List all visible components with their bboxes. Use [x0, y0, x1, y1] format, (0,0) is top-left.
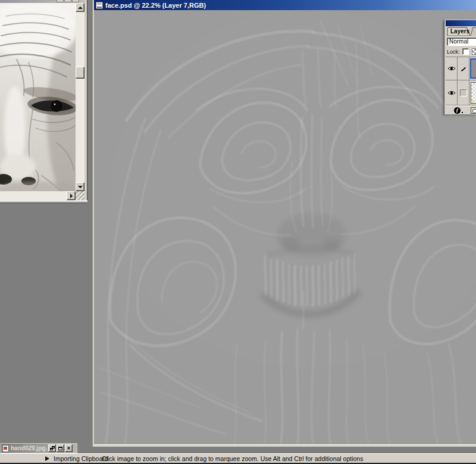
status-text: Importing Clipboard	[54, 455, 108, 462]
layer-effects-dot	[462, 112, 463, 113]
minimized-window[interactable]: hand029.jpg... ×	[1, 443, 77, 453]
close-button[interactable]	[72, 0, 79, 2]
vertical-scrollbar[interactable]	[76, 3, 84, 191]
status-bar: Importing Clipboard Click image to zoom …	[0, 453, 476, 463]
reference-window-right-frame	[84, 0, 87, 203]
eye-icon	[447, 90, 456, 96]
layer-row-active[interactable]	[446, 57, 476, 80]
eye-icon	[447, 66, 456, 71]
maximize-button[interactable]	[64, 0, 71, 2]
restore-icon	[50, 446, 55, 450]
document-titlebar[interactable]: face.psd @ 22.2% (Layer 7,RGB)	[94, 0, 476, 10]
layer-thumbnail-selected[interactable]	[470, 58, 476, 79]
canvas[interactable]	[94, 10, 476, 444]
document-window: face.psd @ 22.2% (Layer 7,RGB)	[92, 0, 476, 447]
lock-label: Lock:	[447, 49, 460, 55]
reference-window-bottom-frame	[0, 200, 87, 203]
lock-transparency-checkbox[interactable]	[462, 48, 469, 55]
blend-mode-select[interactable]: Normal	[447, 38, 476, 46]
canvas-artwork	[94, 10, 476, 444]
restore-button[interactable]	[48, 444, 56, 452]
edit-state-cell	[458, 57, 469, 80]
layer-list	[446, 57, 476, 105]
visibility-cell[interactable]	[446, 80, 458, 105]
scroll-down-button[interactable]	[76, 182, 84, 191]
jpg-document-icon	[2, 445, 9, 452]
maximize-icon	[58, 447, 62, 450]
resize-grip[interactable]	[76, 191, 84, 200]
reference-photo[interactable]	[0, 3, 76, 191]
right-arrow-icon	[70, 194, 73, 198]
tab-layers[interactable]: Layers	[450, 28, 469, 35]
photoshop-workspace: face.psd @ 22.2% (Layer 7,RGB)	[0, 0, 476, 464]
palette-button-bar: ƒ	[446, 105, 476, 114]
horizontal-scrollbar[interactable]	[0, 191, 76, 200]
reference-image-window	[0, 0, 87, 203]
link-well	[460, 89, 467, 96]
layer-thumbnail[interactable]	[471, 82, 476, 104]
visibility-cell[interactable]	[446, 57, 458, 80]
tool-hint-text: Click image to zoom in; click and drag t…	[102, 455, 363, 462]
up-arrow-icon	[78, 7, 83, 9]
vertical-scroll-thumb[interactable]	[76, 67, 84, 79]
layer-effects-button[interactable]: ƒ	[454, 107, 461, 114]
maximize-button[interactable]	[57, 444, 64, 452]
layer-row[interactable]	[446, 80, 476, 105]
document-window-bottom-frame	[94, 444, 476, 447]
edit-state-cell	[458, 80, 469, 105]
minimize-button[interactable]	[57, 0, 64, 2]
reference-photo-image	[0, 3, 76, 191]
add-mask-button[interactable]	[471, 107, 476, 114]
lock-pixels-icon[interactable]	[472, 48, 476, 55]
down-arrow-icon	[78, 186, 83, 188]
layers-palette: Layers Normal Lock:	[444, 20, 476, 114]
scroll-right-button[interactable]	[67, 191, 76, 200]
document-title: face.psd @ 22.2% (Layer 7,RGB)	[105, 2, 206, 9]
close-icon: ×	[67, 445, 71, 451]
brush-icon	[460, 66, 466, 72]
status-popup-triangle-icon[interactable]	[45, 456, 49, 461]
scroll-up-button[interactable]	[76, 3, 84, 12]
close-button[interactable]: ×	[65, 444, 73, 452]
document-icon	[96, 2, 103, 9]
palette-tab-bar: Layers	[446, 26, 476, 36]
layers-palette-titlebar[interactable]	[446, 20, 476, 26]
minimized-window-title: hand029.jpg...	[11, 445, 48, 451]
